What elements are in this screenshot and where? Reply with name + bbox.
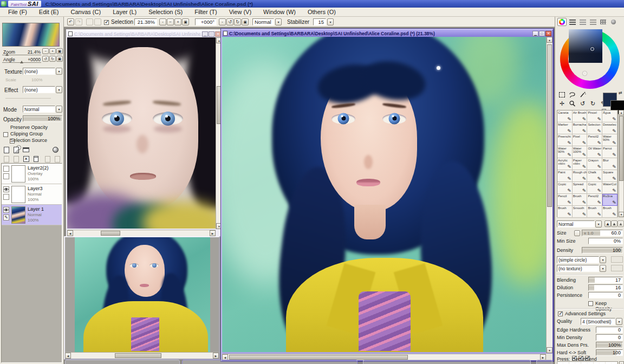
layer-paint-indicator[interactable]: ✎ — [3, 173, 9, 179]
layer-visibility-toggle[interactable] — [3, 207, 9, 213]
brush-cell[interactable]: Water 90% ✎ — [602, 134, 618, 146]
saturation-value-square[interactable] — [569, 29, 602, 63]
layer-opacity-bar[interactable]: 100% — [23, 115, 62, 122]
nav-angle-reset-button[interactable]: ▣ — [56, 56, 63, 62]
reset-view-tool[interactable]: ↻ — [589, 100, 597, 108]
reference-photo-canvas[interactable] — [67, 37, 216, 229]
size-preset[interactable]: · 2 · — [606, 362, 618, 364]
scroll-left-arrow[interactable]: ◀ — [67, 230, 73, 236]
brush-texture-dropdown[interactable]: (no texture) — [557, 265, 599, 272]
menu-item[interactable]: Others (O) — [302, 8, 342, 16]
zoom-tool[interactable] — [568, 100, 576, 108]
angle-reset-button[interactable]: ▫ — [219, 18, 226, 25]
persistence-slider[interactable]: 0 — [588, 292, 623, 298]
color-wheel-tab[interactable] — [557, 18, 567, 26]
nav-zoom-in-button[interactable]: + — [49, 48, 56, 54]
preset-scrollbar[interactable]: ▲ ▼ — [619, 361, 624, 364]
brush-cell[interactable]: Parrot ✎ — [602, 146, 618, 158]
brush-cell[interactable]: WaterCol ✎ — [602, 182, 618, 194]
rotate-view-tool[interactable]: ↺ — [578, 100, 587, 108]
new-layer-folder-button[interactable] — [22, 146, 30, 154]
painting-canvas[interactable] — [222, 37, 546, 352]
secondary-horizontal-scrollbar[interactable]: ◀ ▶ — [65, 352, 219, 359]
brush-cell[interactable]: Paper +blm ✎ — [573, 158, 588, 170]
brush-cell[interactable]: Ru3na ✎ — [602, 194, 618, 206]
brush-grid-scrollbar[interactable]: ▲ ▼ — [619, 110, 624, 217]
new-sketch-layer-button[interactable] — [12, 146, 21, 154]
zoom-out-button[interactable]: − — [167, 18, 174, 25]
rotate-cw-button[interactable]: ↻ — [234, 18, 241, 25]
close-button[interactable]: ✕ — [215, 31, 221, 37]
scroll-up-arrow[interactable]: ▲ — [619, 110, 624, 115]
zoom-reset-button[interactable]: ▫ — [159, 18, 166, 25]
brush-cell[interactable]: Desselec ✎ — [602, 122, 618, 134]
minimize-button[interactable]: ▁ — [532, 31, 538, 36]
scroll-right-arrow[interactable]: ▶ — [213, 353, 219, 359]
nav-rotate-cw-button[interactable]: ↻ — [49, 56, 56, 62]
hard-soft-slider[interactable]: 100 — [596, 349, 623, 356]
toolbar-extra-button-2[interactable] — [94, 18, 101, 25]
layer-row[interactable]: ✎ Layer3 Normal 100% — [2, 184, 62, 205]
brush-cell[interactable]: Preenchi ✎ — [557, 134, 573, 146]
brush-blend-mode-dropdown-button[interactable]: ▾ — [595, 220, 602, 227]
brush-cell[interactable]: Selecion ✎ — [587, 122, 602, 134]
swap-colors-icon[interactable]: ⇄ — [619, 90, 622, 95]
layer-mode-dropdown-button[interactable]: ▾ — [56, 106, 62, 113]
brush-cell[interactable]: Pencil ✎ — [557, 194, 573, 206]
brush-cell[interactable]: Square ✎ — [602, 170, 618, 182]
clear-layer-button[interactable]: ✕ — [22, 155, 30, 163]
brush-cell[interactable]: Water 100% ✎ — [573, 146, 588, 158]
effect-dropdown[interactable]: (none) — [23, 86, 55, 93]
texture-dropdown-button[interactable]: ▾ — [56, 68, 62, 75]
merge-down-button[interactable] — [12, 155, 21, 163]
min-size-slider[interactable]: 0% — [588, 238, 623, 244]
zoom-fit-button[interactable]: ▣ — [182, 18, 189, 25]
brush-cell[interactable]: Blur ✎ — [602, 158, 618, 170]
brush-cell[interactable]: Water 90% ✎ — [557, 146, 573, 158]
lasso-tool[interactable] — [568, 91, 576, 99]
brush-shape-dropdown-button[interactable]: ▾ — [600, 256, 606, 263]
marquee-tool[interactable] — [558, 91, 566, 99]
reference-window-titlebar[interactable]: C:\Documents and Settings\BARBARA\Deskto… — [67, 30, 222, 37]
brush-cell[interactable]: Pencil2 ✎ — [587, 194, 602, 206]
move-tool[interactable]: ✛ — [558, 100, 566, 108]
taskbar-window-button[interactable] — [363, 360, 531, 364]
brush-cell[interactable]: Paint ✎ — [557, 170, 573, 182]
keep-opacity-checkbox[interactable] — [588, 301, 593, 306]
taskbar-window-button[interactable] — [182, 360, 358, 364]
paint-mode-dropdown-button[interactable]: ▾ — [275, 18, 282, 25]
menu-item[interactable]: File (F) — [2, 8, 33, 16]
brush-cell[interactable]: Caneta ✎ — [557, 110, 573, 122]
main-document-window[interactable]: C:\Documents and Settings\BARBARA\Deskto… — [221, 29, 554, 361]
secondary-view-window[interactable]: ◀ ▶ — [64, 236, 220, 360]
minimize-button[interactable]: ▁ — [202, 31, 208, 37]
size-slider[interactable]: x 1.0 60.0 — [582, 230, 623, 236]
reference-window[interactable]: C:\Documents and Settings\BARBARA\Deskto… — [66, 29, 223, 237]
density-slider[interactable]: 100 — [582, 247, 623, 253]
angle-slider-thumb[interactable] — [20, 61, 23, 63]
menu-item[interactable]: Window (W) — [257, 8, 302, 16]
brush-cell[interactable]: Chalk ✎ — [587, 170, 602, 182]
toolbar-extra-button-1[interactable] — [86, 18, 93, 25]
brush-cell[interactable]: Rough ch ✎ — [573, 170, 588, 182]
nav-zoom-out-button[interactable]: − — [42, 48, 49, 54]
swatches-tab[interactable] — [599, 18, 608, 26]
effect-dropdown-button[interactable]: ▾ — [56, 86, 62, 93]
taskbar-window-button[interactable] — [65, 360, 180, 364]
layer-visibility-toggle[interactable] — [3, 186, 9, 192]
brush-edge-soft-button[interactable]: ▲ — [604, 220, 611, 227]
brush-cell[interactable]: Água ✎ — [602, 110, 618, 122]
quality-dropdown[interactable]: 4 (Smoothest) — [581, 318, 615, 325]
max-dens-prs-slider[interactable]: 100% — [596, 342, 623, 348]
layer-mode-dropdown[interactable]: Normal — [23, 106, 55, 113]
brush-texture-dropdown-button[interactable]: ▾ — [600, 265, 606, 272]
stabilizer-field[interactable]: 15 — [313, 18, 326, 25]
blending-slider[interactable]: 17 — [588, 277, 623, 283]
nav-zoom-reset-button[interactable]: ▣ — [56, 48, 63, 54]
preserve-opacity-checkbox[interactable] — [3, 132, 8, 137]
brush-cell[interactable]: Borracha ✎ — [573, 122, 588, 134]
rotate-ccw-button[interactable]: ↺ — [226, 18, 233, 25]
brush-cell[interactable]: Oil Water ✎ — [587, 146, 602, 158]
main-vertical-scrollbar[interactable]: ▲ ▼ — [546, 37, 552, 353]
scroll-left-arrow[interactable]: ◀ — [65, 353, 71, 359]
